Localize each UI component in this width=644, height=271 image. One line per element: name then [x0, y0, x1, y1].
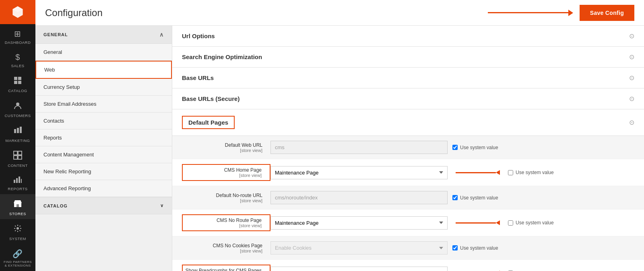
- sidebar-item-find-partners[interactable]: 🔗 FIND PARTNERS & EXTENSIONS: [0, 244, 35, 271]
- svg-rect-5: [14, 129, 16, 133]
- checkbox-cms-no-cookies[interactable]: [452, 245, 458, 250]
- svg-rect-10: [14, 156, 17, 159]
- right-panel: Url Options ⊙ Search Engine Optimization…: [172, 26, 644, 271]
- catalog-chevron-icon: ∨: [160, 203, 164, 208]
- general-chevron-icon: ∧: [159, 31, 164, 38]
- left-panel: GENERAL ∧ General Web Currency Setup Sto…: [35, 26, 172, 271]
- checkbox-no-route-url[interactable]: [452, 195, 458, 200]
- input-default-web-url[interactable]: [270, 141, 448, 154]
- svg-rect-14: [19, 177, 20, 183]
- stores-icon: [13, 199, 22, 210]
- seo-section[interactable]: Search Engine Optimization ⊙: [172, 47, 644, 68]
- nav-item-store-email[interactable]: Store Email Addresses: [35, 96, 172, 113]
- select-cms-no-cookies[interactable]: Enable Cookies No Cookies Page: [270, 241, 448, 255]
- label-show-breadcrumbs: Show Breadcrumbs for CMS Pages [store vi…: [182, 265, 270, 271]
- sidebar-item-catalog[interactable]: CATALOG: [0, 71, 35, 96]
- nav-item-currency-setup[interactable]: Currency Setup: [35, 79, 172, 96]
- default-pages-header[interactable]: Default Pages ⊙: [172, 109, 644, 136]
- content-area: GENERAL ∧ General Web Currency Setup Sto…: [35, 26, 644, 271]
- svg-rect-2: [14, 81, 17, 84]
- sidebar-item-sales[interactable]: $ SALES: [0, 48, 35, 71]
- base-urls-secure-collapse-icon[interactable]: ⊙: [629, 95, 634, 103]
- sidebar-item-system[interactable]: SYSTEM: [0, 219, 35, 244]
- svg-rect-9: [18, 151, 22, 155]
- arrow-line: [488, 10, 573, 16]
- customers-icon: [13, 101, 22, 112]
- svg-point-18: [17, 227, 19, 230]
- label-no-route-url: Default No-route URL [store view]: [182, 193, 270, 203]
- main-area: Configuration Save Config GENERAL ∧ Gene…: [35, 0, 644, 271]
- reports-icon: [13, 176, 22, 185]
- use-system-cms-no-cookies: Use system value: [452, 245, 498, 251]
- catalog-section-header[interactable]: CATALOG ∨: [35, 197, 172, 214]
- form-row-cms-no-route: CMS No Route Page [store view] Maintenan…: [172, 209, 644, 236]
- sidebar-item-dashboard[interactable]: ⊞ DASHBOARD: [0, 24, 35, 48]
- seo-collapse-icon[interactable]: ⊙: [629, 53, 634, 61]
- dashboard-icon: ⊞: [14, 29, 21, 39]
- sidebar-item-reports[interactable]: REPORTS: [0, 171, 35, 194]
- select-cms-home-page[interactable]: Maintenance Page Home Page No Route Page: [270, 166, 448, 179]
- nav-item-web[interactable]: Web: [35, 61, 172, 79]
- sidebar-item-stores[interactable]: STORES: [0, 194, 35, 219]
- sidebar-logo[interactable]: [0, 0, 35, 24]
- checkbox-default-web-url[interactable]: [452, 145, 458, 150]
- content-icon: [13, 151, 22, 162]
- label-cms-no-cookies: CMS No Cookies Page [store view]: [182, 243, 270, 253]
- label-cms-home-page: CMS Home Page [store view]: [182, 164, 270, 181]
- use-system-no-route: Use system value: [452, 195, 498, 201]
- base-urls-secure-section[interactable]: Base URLs (Secure) ⊙: [172, 88, 644, 109]
- checkbox-cms-no-route[interactable]: [508, 220, 513, 226]
- catalog-icon: [13, 76, 22, 87]
- default-pages-collapse-icon[interactable]: ⊙: [629, 119, 634, 126]
- nav-item-advanced-reporting[interactable]: Advanced Reporting: [35, 180, 172, 197]
- control-no-route-url: Use system value: [270, 191, 634, 204]
- page-header: Configuration Save Config: [35, 0, 644, 26]
- form-row-cms-no-cookies: CMS No Cookies Page [store view] Enable …: [172, 236, 644, 260]
- svg-rect-15: [21, 179, 22, 183]
- svg-rect-1: [18, 77, 21, 80]
- sidebar-item-customers[interactable]: CUSTOMERS: [0, 96, 35, 121]
- nav-item-reports[interactable]: Reports: [35, 129, 172, 146]
- label-cms-no-route: CMS No Route Page [store view]: [182, 214, 270, 231]
- header-arrow-decoration: [103, 10, 580, 16]
- use-system-default-web-url: Use system value: [452, 145, 498, 150]
- sidebar-item-content[interactable]: CONTENT: [0, 146, 35, 171]
- control-cms-no-route: Maintenance Page Home Page No Route Page…: [270, 216, 634, 230]
- label-default-web-url: Default Web URL [store view]: [182, 142, 270, 153]
- svg-rect-13: [16, 178, 18, 183]
- svg-rect-8: [14, 151, 17, 155]
- nav-item-general[interactable]: General: [35, 44, 172, 61]
- svg-rect-6: [17, 128, 19, 133]
- use-system-cms-no-route: Use system value: [508, 220, 554, 226]
- use-system-cms-home: Use system value: [508, 170, 554, 175]
- svg-rect-17: [17, 204, 19, 207]
- sales-icon: $: [15, 53, 20, 62]
- svg-rect-0: [14, 77, 17, 80]
- select-cms-no-route[interactable]: Maintenance Page Home Page No Route Page: [270, 216, 448, 230]
- general-section-header[interactable]: GENERAL ∧: [35, 26, 172, 44]
- base-urls-section[interactable]: Base URLs ⊙: [172, 68, 644, 88]
- input-no-route-url[interactable]: [270, 191, 448, 204]
- form-row-cms-home-page: CMS Home Page [store view] Maintenance P…: [172, 159, 644, 186]
- marketing-icon: [13, 126, 22, 137]
- cms-no-route-arrow: [456, 220, 500, 225]
- nav-item-content-management[interactable]: Content Management: [35, 146, 172, 163]
- page-title: Configuration: [45, 7, 103, 18]
- sidebar-item-marketing[interactable]: MARKETING: [0, 121, 35, 146]
- checkbox-cms-home[interactable]: [508, 170, 513, 175]
- control-cms-home-page: Maintenance Page Home Page No Route Page…: [270, 166, 634, 179]
- url-options-section[interactable]: Url Options ⊙: [172, 26, 644, 47]
- control-cms-no-cookies: Enable Cookies No Cookies Page Use syste…: [270, 241, 634, 255]
- base-urls-collapse-icon[interactable]: ⊙: [629, 74, 634, 82]
- save-config-button[interactable]: Save Config: [580, 5, 634, 21]
- control-default-web-url: Use system value: [270, 141, 634, 154]
- url-options-collapse-icon[interactable]: ⊙: [629, 32, 634, 40]
- select-show-breadcrumbs[interactable]: No Yes: [270, 267, 448, 271]
- form-row-show-breadcrumbs: Show Breadcrumbs for CMS Pages [store vi…: [172, 260, 644, 271]
- sidebar: ⊞ DASHBOARD $ SALES CATALOG CUSTOMERS: [0, 0, 35, 271]
- nav-item-contacts[interactable]: Contacts: [35, 113, 172, 129]
- partners-icon: 🔗: [12, 249, 23, 259]
- nav-item-new-relic[interactable]: New Relic Reporting: [35, 163, 172, 180]
- svg-point-4: [16, 103, 19, 106]
- svg-rect-7: [20, 127, 22, 133]
